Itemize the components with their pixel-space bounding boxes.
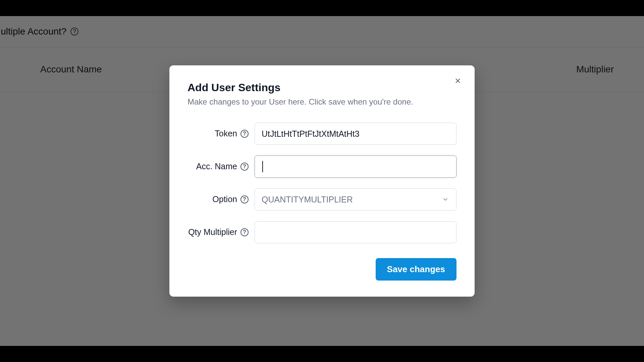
chevron-down-icon	[442, 196, 449, 203]
add-user-settings-modal: Add User Settings Make changes to your U…	[169, 65, 475, 297]
modal-subtitle: Make changes to your User here. Click sa…	[187, 97, 457, 107]
acc-name-row: Acc. Name ?	[187, 156, 457, 178]
token-label: Token	[215, 128, 237, 139]
qty-multiplier-input[interactable]	[255, 221, 457, 243]
letterbox-top	[0, 0, 644, 16]
page-background: dd Multiple Account? ? Account Name Mult…	[0, 16, 644, 346]
close-button[interactable]	[451, 74, 465, 87]
help-icon[interactable]: ?	[240, 195, 249, 203]
option-label: Option	[212, 194, 237, 204]
text-cursor	[262, 161, 263, 172]
close-icon	[454, 77, 462, 84]
help-icon[interactable]: ?	[240, 228, 249, 236]
save-changes-button[interactable]: Save changes	[376, 258, 457, 281]
token-row: Token ?	[187, 123, 457, 145]
acc-name-input[interactable]	[255, 156, 457, 178]
option-selected-value: QUANTITYMULTIPLIER	[262, 195, 353, 204]
modal-title: Add User Settings	[187, 81, 457, 94]
acc-name-label: Acc. Name	[196, 161, 237, 172]
qty-multiplier-label: Qty Multiplier	[188, 227, 237, 237]
modal-actions: Save changes	[187, 258, 457, 281]
token-input[interactable]	[255, 123, 457, 145]
modal-overlay[interactable]: Add User Settings Make changes to your U…	[0, 16, 644, 346]
option-select[interactable]: QUANTITYMULTIPLIER	[255, 188, 457, 210]
letterbox-bottom	[0, 346, 644, 362]
option-row: Option ? QUANTITYMULTIPLIER	[187, 188, 457, 210]
help-icon[interactable]: ?	[240, 163, 249, 171]
qty-multiplier-row: Qty Multiplier ?	[187, 221, 457, 243]
help-icon[interactable]: ?	[240, 130, 249, 138]
